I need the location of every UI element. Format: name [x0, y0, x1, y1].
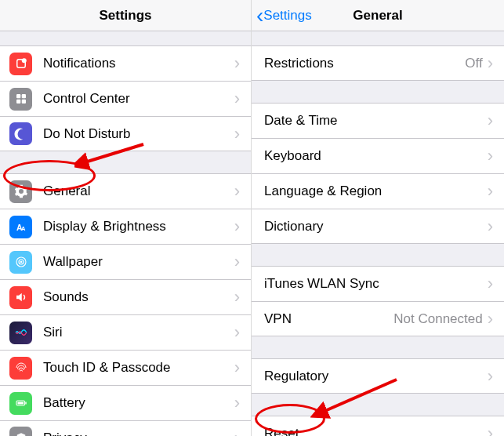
chevron-right-icon: ›	[234, 218, 240, 235]
row-label: General	[43, 183, 234, 199]
row-label: Control Center	[43, 91, 234, 107]
row-value: Not Connected	[393, 311, 482, 327]
row-label: Display & Brightness	[43, 219, 234, 234]
row-value: Off	[465, 56, 482, 71]
chevron-right-icon: ›	[234, 289, 240, 306]
chevron-right-icon: ›	[488, 275, 493, 292]
row-label: Privacy	[43, 431, 234, 437]
do-not-disturb-icon	[9, 122, 32, 145]
row-itunes-wlan-sync[interactable]: iTunes WLAN Sync ›	[252, 266, 504, 301]
privacy-icon	[9, 427, 32, 436]
row-label: Dictionary	[264, 219, 488, 234]
settings-panel: Settings Notifications › Control Center …	[0, 0, 252, 436]
row-sounds[interactable]: Sounds ›	[0, 279, 251, 314]
svg-rect-13	[25, 402, 27, 405]
row-privacy[interactable]: Privacy ›	[0, 420, 251, 436]
settings-group-1: Notifications › Control Center › Do Not …	[0, 45, 251, 151]
chevron-right-icon: ›	[234, 183, 240, 200]
svg-rect-4	[16, 100, 20, 104]
svg-rect-5	[21, 100, 25, 104]
row-label: Date & Time	[264, 113, 488, 129]
row-display-brightness[interactable]: AA Display & Brightness ›	[0, 209, 251, 244]
row-label: Restrictions	[264, 56, 465, 71]
wallpaper-icon	[9, 251, 32, 274]
chevron-right-icon: ›	[488, 311, 493, 328]
nav-bar-left: Settings	[0, 0, 251, 31]
battery-icon	[9, 392, 32, 415]
sounds-icon	[9, 286, 32, 309]
chevron-right-icon: ›	[488, 55, 493, 72]
notifications-icon	[9, 53, 32, 75]
svg-text:A: A	[21, 225, 26, 232]
chevron-right-icon: ›	[234, 90, 240, 107]
row-control-center[interactable]: Control Center ›	[0, 81, 251, 116]
row-keyboard[interactable]: Keyboard ›	[252, 138, 504, 173]
nav-title-settings: Settings	[99, 8, 151, 24]
row-label: Notifications	[43, 56, 234, 71]
row-dictionary[interactable]: Dictionary ›	[252, 209, 504, 244]
row-language-region[interactable]: Language & Region ›	[252, 173, 504, 209]
display-icon: AA	[9, 216, 32, 238]
row-label: Keyboard	[264, 148, 488, 164]
back-button[interactable]: ‹ Settings	[256, 0, 312, 31]
chevron-right-icon: ›	[234, 253, 240, 271]
chevron-right-icon: ›	[488, 368, 493, 385]
svg-rect-12	[17, 402, 24, 405]
chevron-right-icon: ›	[234, 324, 240, 341]
row-siri[interactable]: Siri ›	[0, 314, 251, 350]
row-reset[interactable]: Reset ›	[252, 416, 504, 436]
row-label: Wallpaper	[43, 254, 234, 270]
row-label: Reset	[264, 426, 488, 437]
chevron-right-icon: ›	[488, 218, 493, 235]
control-center-icon	[9, 88, 32, 111]
row-battery[interactable]: Battery ›	[0, 385, 251, 420]
svg-rect-3	[21, 94, 25, 98]
row-label: Siri	[43, 325, 234, 340]
row-label: VPN	[264, 311, 393, 327]
row-label: Do Not Disturb	[43, 126, 234, 142]
general-icon	[9, 180, 32, 203]
svg-rect-2	[16, 94, 20, 98]
touch-id-icon	[9, 357, 32, 380]
row-label: Language & Region	[264, 183, 488, 199]
settings-group-2: General › AA Display & Brightness › Wall…	[0, 173, 251, 436]
row-label: iTunes WLAN Sync	[264, 276, 488, 292]
row-label: Regulatory	[264, 369, 488, 384]
chevron-right-icon: ›	[488, 112, 493, 129]
chevron-right-icon: ›	[234, 394, 240, 412]
chevron-right-icon: ›	[488, 183, 493, 200]
chevron-right-icon: ›	[234, 430, 240, 437]
svg-point-10	[20, 261, 22, 263]
row-vpn[interactable]: VPN Not Connected ›	[252, 301, 504, 336]
chevron-right-icon: ›	[488, 147, 493, 165]
siri-icon	[9, 322, 32, 344]
row-datetime[interactable]: Date & Time ›	[252, 103, 504, 138]
back-label: Settings	[263, 8, 311, 24]
row-label: Sounds	[43, 289, 234, 305]
general-panel: ‹ Settings General Restrictions Off › Da…	[252, 0, 504, 436]
nav-title-general: General	[353, 8, 402, 24]
row-do-not-disturb[interactable]: Do Not Disturb ›	[0, 116, 251, 151]
row-wallpaper[interactable]: Wallpaper ›	[0, 244, 251, 279]
row-touch-id[interactable]: Touch ID & Passcode ›	[0, 350, 251, 385]
row-regulatory[interactable]: Regulatory ›	[252, 358, 504, 394]
chevron-right-icon: ›	[234, 359, 240, 376]
chevron-right-icon: ›	[488, 425, 493, 437]
nav-bar-right: ‹ Settings General	[252, 0, 504, 31]
row-notifications[interactable]: Notifications ›	[0, 45, 251, 81]
row-restrictions[interactable]: Restrictions Off ›	[252, 45, 504, 81]
chevron-right-icon: ›	[234, 55, 240, 72]
row-general[interactable]: General ›	[0, 173, 251, 209]
row-label: Touch ID & Passcode	[43, 360, 234, 376]
svg-point-1	[21, 58, 26, 63]
chevron-left-icon: ‹	[256, 5, 263, 27]
chevron-right-icon: ›	[234, 125, 240, 143]
row-label: Battery	[43, 395, 234, 411]
